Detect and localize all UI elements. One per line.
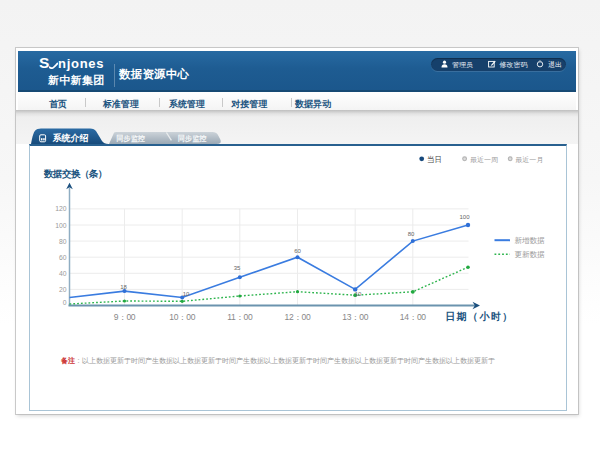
svg-text:60: 60 — [58, 253, 66, 260]
svg-text:10：00: 10：00 — [169, 312, 195, 322]
svg-text:新增数据: 新增数据 — [514, 236, 545, 245]
svg-text:系统介绍: 系统介绍 — [52, 133, 89, 143]
svg-text:更新数据: 更新数据 — [514, 250, 545, 259]
svg-text:10: 10 — [354, 290, 361, 296]
svg-text:80: 80 — [58, 237, 66, 244]
svg-text:120: 120 — [55, 205, 67, 212]
svg-text:13：00: 13：00 — [342, 312, 368, 322]
svg-text:14：00: 14：00 — [399, 312, 425, 322]
svg-text:最近一月: 最近一月 — [515, 155, 543, 163]
svg-text:9：00: 9：00 — [113, 312, 135, 322]
svg-text:0: 0 — [62, 299, 66, 306]
svg-text:40: 40 — [58, 269, 66, 276]
svg-text:12：00: 12：00 — [284, 312, 310, 322]
svg-text:同步监控: 同步监控 — [117, 134, 146, 143]
svg-text:60: 60 — [294, 248, 301, 254]
svg-text:100: 100 — [459, 214, 470, 220]
svg-text:80: 80 — [407, 230, 414, 236]
svg-text:35: 35 — [233, 264, 240, 270]
svg-text:18: 18 — [120, 284, 127, 290]
svg-text:备注：以上数据更新于时间产生数据以上数据更新于时间产生数据以: 备注：以上数据更新于时间产生数据以上数据更新于时间产生数据以上数据更新于时间产生… — [60, 356, 495, 365]
svg-text:100: 100 — [55, 221, 67, 228]
svg-text:当日: 当日 — [427, 154, 442, 163]
svg-text:最近一周: 最近一周 — [470, 155, 498, 162]
svg-text:数据交换（条）: 数据交换（条） — [43, 168, 107, 180]
svg-text:日期（小时）: 日期（小时） — [445, 310, 513, 321]
svg-text:11：00: 11：00 — [227, 312, 253, 322]
svg-text:20: 20 — [58, 285, 66, 292]
svg-text:同步监控: 同步监控 — [178, 134, 207, 143]
svg-text:10: 10 — [182, 290, 189, 296]
